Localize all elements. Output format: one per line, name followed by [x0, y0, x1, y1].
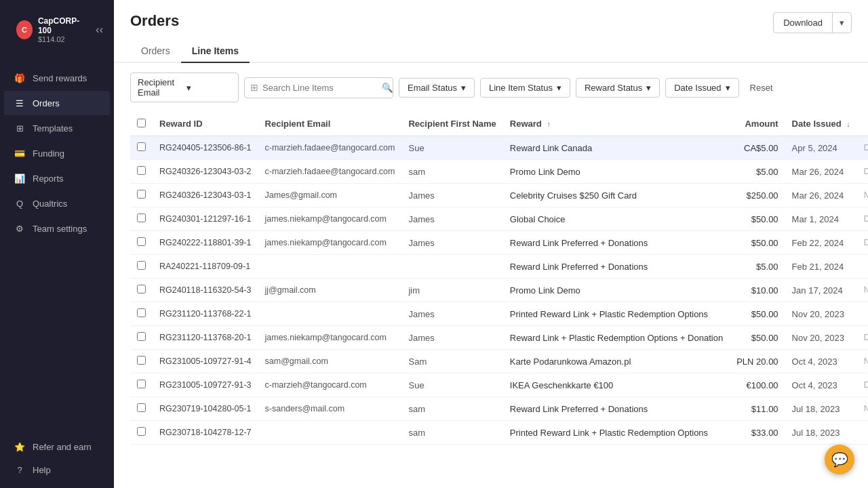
reward-status-filter[interactable]: Reward Status ▾ [576, 78, 660, 98]
row-checkbox[interactable] [137, 261, 146, 270]
first-name-cell: James [401, 231, 502, 255]
th-date-issued[interactable]: Date Issued ↓ [785, 112, 857, 136]
row-checkbox[interactable] [137, 237, 146, 246]
qualtrics-icon: Q [14, 197, 26, 209]
table-row: RG240222-118801-39-1 james.niekamp@tango… [130, 231, 868, 255]
reward-id-cell: RG231120-113768-22-1 [153, 302, 258, 326]
row-checkbox[interactable] [137, 403, 146, 412]
row-checkbox-cell[interactable] [130, 397, 153, 421]
status-cell: Del [857, 231, 868, 255]
row-checkbox[interactable] [137, 332, 146, 341]
search-button[interactable]: 🔍 [380, 81, 395, 94]
select-all-checkbox[interactable] [137, 119, 146, 127]
reward-cell: Promo Link Demo [503, 160, 730, 184]
search-input[interactable] [262, 83, 376, 93]
date-issued-filter[interactable]: Date Issued ▾ [665, 78, 738, 98]
reward-id-cell: RG230719-104280-05-1 [153, 397, 258, 421]
sidebar-item-qualtrics[interactable]: Q Qualtrics [4, 191, 110, 216]
sidebar-item-orders[interactable]: ☰ Orders [4, 91, 110, 115]
tab-orders[interactable]: Orders [130, 40, 181, 63]
sidebar-item-label: Send rewards [33, 73, 87, 83]
recipient-select-value: Recipient Email [138, 77, 182, 98]
sidebar-item-funding[interactable]: 💳 Funding [4, 141, 110, 165]
amount-cell: $50.00 [730, 326, 785, 350]
date-cell: Mar 1, 2024 [785, 207, 857, 231]
reset-button[interactable]: Reset [745, 79, 778, 97]
page-title: Orders [130, 12, 179, 30]
reward-id-cell: RG240301-121297-16-1 [153, 207, 258, 231]
sidebar-item-refer-earn[interactable]: ⭐ Refer and earn [4, 435, 110, 458]
row-checkbox-cell[interactable] [130, 279, 153, 302]
table-row: RG240326-123043-03-2 c-marzieh.fadaee@ta… [130, 160, 868, 184]
reward-id-cell: RG230718-104278-12-7 [153, 421, 258, 445]
row-checkbox[interactable] [137, 166, 146, 175]
row-checkbox[interactable] [137, 285, 146, 293]
search-box[interactable]: ⊞ 🔍 [244, 77, 393, 98]
status-cell: Del [857, 160, 868, 184]
row-checkbox[interactable] [137, 427, 146, 436]
sidebar-item-label: Team settings [33, 224, 87, 234]
list-icon: ☰ [14, 97, 26, 109]
download-button[interactable]: Download ▾ [773, 12, 852, 33]
recipient-select[interactable]: Recipient Email ▾ [130, 73, 239, 102]
table-body: RG240405-123506-86-1 c-marzieh.fadaee@ta… [130, 136, 868, 445]
row-checkbox-cell[interactable] [130, 373, 153, 397]
th-reward[interactable]: Reward ↑ [503, 112, 730, 136]
table-row: RG230718-104278-12-7 sam Printed Reward … [130, 421, 868, 445]
row-checkbox-cell[interactable] [130, 421, 153, 445]
select-all-header[interactable] [130, 112, 153, 136]
row-checkbox-cell[interactable] [130, 136, 153, 160]
row-checkbox[interactable] [137, 214, 146, 222]
tab-line-items[interactable]: Line Items [181, 40, 250, 63]
row-checkbox-cell[interactable] [130, 231, 153, 255]
sidebar-item-help[interactable]: ? Help [4, 458, 110, 481]
first-name-cell: James [401, 302, 502, 326]
collapse-button[interactable]: ‹‹ [93, 21, 106, 39]
amount-cell: $5.00 [730, 160, 785, 184]
row-checkbox[interactable] [137, 356, 146, 365]
row-checkbox-cell[interactable] [130, 326, 153, 350]
reward-cell: Celebrity Cruises $250 Gift Card [503, 184, 730, 207]
date-cell: Mar 26, 2024 [785, 184, 857, 207]
recipient-email-cell: c-marzieh.fadaee@tangocard.com [258, 136, 402, 160]
sidebar-item-team-settings[interactable]: ⚙ Team settings [4, 216, 110, 241]
email-status-filter[interactable]: Email Status ▾ [399, 78, 475, 98]
row-checkbox[interactable] [137, 380, 146, 388]
row-checkbox-cell[interactable] [130, 255, 153, 279]
th-amount: Amount [730, 112, 785, 136]
orders-table: Reward ID Recipient Email Recipient Firs… [130, 112, 868, 445]
recipient-email-cell [258, 302, 402, 326]
first-name-cell: sam [401, 160, 502, 184]
table-header-row: Reward ID Recipient Email Recipient Firs… [130, 112, 868, 136]
chat-button[interactable]: 💬 [825, 445, 854, 474]
sidebar-item-send-rewards[interactable]: 🎁 Send rewards [4, 66, 110, 90]
reward-id-cell: RG240222-118801-39-1 [153, 231, 258, 255]
chevron-down-icon: ▾ [833, 13, 851, 33]
row-checkbox[interactable] [137, 142, 146, 151]
row-checkbox[interactable] [137, 308, 146, 317]
row-checkbox-cell[interactable] [130, 184, 153, 207]
amount-cell: $5.00 [730, 255, 785, 279]
status-cell: Not [857, 397, 868, 421]
row-checkbox-cell[interactable] [130, 160, 153, 184]
tabs: Orders Line Items [114, 33, 868, 63]
date-cell: Jul 18, 2023 [785, 397, 857, 421]
account-name: CapCORP-100 [38, 16, 85, 35]
sidebar-account[interactable]: C CapCORP-100 $114.02 [8, 9, 93, 50]
amount-cell: $50.00 [730, 302, 785, 326]
account-balance: $114.02 [38, 35, 85, 43]
line-item-status-filter[interactable]: Line Item Status ▾ [480, 78, 570, 98]
reward-cell: Reward Link + Plastic Redemption Options… [503, 326, 730, 350]
sidebar-item-reports[interactable]: 📊 Reports [4, 166, 110, 190]
sidebar-item-templates[interactable]: ⊞ Templates [4, 116, 110, 140]
row-checkbox-cell[interactable] [130, 207, 153, 231]
row-checkbox-cell[interactable] [130, 350, 153, 373]
sidebar-item-label: Orders [33, 98, 60, 108]
reward-id-cell: RG240118-116320-54-3 [153, 279, 258, 302]
row-checkbox-cell[interactable] [130, 302, 153, 326]
reward-id-cell: RG231005-109727-91-3 [153, 373, 258, 397]
row-checkbox[interactable] [137, 190, 146, 199]
status-cell: Del [857, 326, 868, 350]
th-recipient-first-name: Recipient First Name [401, 112, 502, 136]
chart-icon: 📊 [14, 172, 26, 184]
